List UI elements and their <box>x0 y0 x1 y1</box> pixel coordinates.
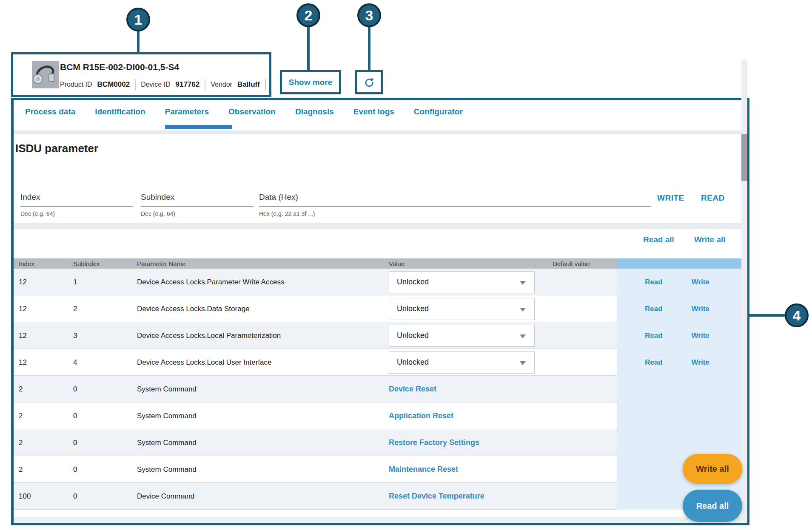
callout-line-3 <box>368 26 370 70</box>
chevron-down-icon <box>520 281 526 285</box>
data-hex-field[interactable]: Data (Hex) Hex (e.g. 22 a1 3f ...) <box>259 193 651 217</box>
active-tab-indicator <box>165 125 232 129</box>
index-field[interactable]: Index Dec (e.g. 64) <box>20 193 133 217</box>
tab-event-logs[interactable]: Event logs <box>353 107 394 116</box>
cell-index: 2 <box>14 385 68 394</box>
app-window: 1 2 3 4 BCM R15E-002-DI00-01,5-S4 Produc… <box>0 0 812 530</box>
row-read-link[interactable]: Read <box>645 278 663 286</box>
row-write-link[interactable]: Write <box>692 332 709 340</box>
subindex-field-underline <box>141 206 254 207</box>
data-hex-field-label: Data (Hex) <box>259 193 651 202</box>
dropdown-value: Unlocked <box>397 358 429 367</box>
isdu-section-title: ISDU parameter <box>15 142 98 155</box>
row-read-link[interactable]: Read <box>645 358 663 367</box>
tab-observation[interactable]: Observation <box>228 107 276 116</box>
row-write-link[interactable]: Write <box>692 305 709 313</box>
callout-line-2 <box>307 26 310 70</box>
row-actions: ReadWrite <box>617 322 741 349</box>
isdu-read-button[interactable]: READ <box>701 193 725 203</box>
chevron-down-icon <box>520 334 526 338</box>
table-row: 12 4 Device Access Locks.Local User Inte… <box>14 349 741 376</box>
index-field-label: Index <box>20 193 133 202</box>
chevron-down-icon <box>520 308 526 312</box>
tab-diagnosis[interactable]: Diagnosis <box>295 107 334 116</box>
parameter-table: Index Subindex Parameter Name Value Defa… <box>14 258 741 516</box>
cell-index: 12 <box>14 358 68 367</box>
row-read-link[interactable]: Read <box>645 332 663 340</box>
chevron-down-icon <box>520 361 526 365</box>
cell-parameter-name: Device Access Locks.Local User Interface <box>132 358 384 367</box>
col-header-subindex: Subindex <box>68 260 132 267</box>
index-field-underline <box>20 206 133 207</box>
callout-badge-4: 4 <box>785 303 809 327</box>
table-row: 2 0 System Command Restore Factory Setti… <box>14 429 741 456</box>
callout-line-1 <box>137 31 140 52</box>
cell-subindex: 0 <box>68 385 132 394</box>
cell-index: 100 <box>14 492 68 501</box>
cell-subindex: 0 <box>68 439 132 447</box>
col-header-default: Default value <box>547 260 617 267</box>
dropdown-value: Unlocked <box>397 278 429 286</box>
product-id-label: Product ID <box>60 81 92 88</box>
callout-line-4 <box>749 314 785 317</box>
write-all-fab[interactable]: Write all <box>683 454 742 484</box>
write-all-link[interactable]: Write all <box>694 235 726 244</box>
separator <box>205 79 205 90</box>
cell-index: 2 <box>14 412 68 420</box>
tab-parameters[interactable]: Parameters <box>165 107 209 116</box>
tab-configurator[interactable]: Configurator <box>414 107 463 116</box>
cell-index: 12 <box>14 332 68 340</box>
table-filler-row <box>14 510 741 516</box>
row-actions <box>617 429 741 456</box>
command-link-maintenance-reset[interactable]: Maintenance Reset <box>389 465 458 473</box>
row-write-link[interactable]: Write <box>692 358 709 367</box>
col-header-actions <box>617 258 741 269</box>
tab-process-data[interactable]: Process data <box>25 107 75 116</box>
cell-subindex: 4 <box>68 358 132 367</box>
col-header-index: Index <box>14 260 68 267</box>
read-all-fab[interactable]: Read all <box>683 490 742 522</box>
table-row: 2 0 System Command Device Reset <box>14 376 741 402</box>
value-dropdown[interactable]: Unlocked <box>389 298 535 320</box>
subindex-field[interactable]: Subindex Dec (e.g. 64) <box>141 193 254 217</box>
cell-parameter-name: System Command <box>132 439 384 447</box>
separator <box>265 79 266 90</box>
cell-index: 2 <box>14 465 68 474</box>
command-link-reset-device-temperature[interactable]: Reset Device Temperature <box>389 492 484 500</box>
device-photo <box>32 61 59 88</box>
cell-parameter-name: System Command <box>132 385 384 394</box>
refresh-button[interactable] <box>355 70 383 94</box>
row-actions <box>617 376 741 402</box>
cell-subindex: 3 <box>68 332 132 340</box>
cell-subindex: 0 <box>68 492 132 501</box>
value-dropdown[interactable]: Unlocked <box>389 271 535 293</box>
separator <box>135 79 136 90</box>
show-more-button[interactable]: Show more <box>280 70 341 94</box>
table-row: 12 2 Device Access Locks.Data Storage Un… <box>14 295 741 322</box>
col-header-name: Parameter Name <box>132 260 384 267</box>
horizontal-scrollbar[interactable] <box>14 517 741 522</box>
tab-identification[interactable]: Identification <box>95 107 145 116</box>
index-field-hint: Dec (e.g. 64) <box>20 210 133 217</box>
vertical-scrollbar[interactable] <box>741 60 747 522</box>
row-read-link[interactable]: Read <box>645 305 663 313</box>
row-write-link[interactable]: Write <box>692 278 709 286</box>
device-id-label: Device ID <box>141 81 170 88</box>
command-link-device-reset[interactable]: Device Reset <box>389 385 436 393</box>
isdu-write-button[interactable]: WRITE <box>657 193 684 203</box>
show-more-label: Show more <box>289 78 332 87</box>
vertical-scrollbar-thumb[interactable] <box>741 134 747 181</box>
row-actions <box>617 402 741 429</box>
value-dropdown[interactable]: Unlocked <box>389 325 535 347</box>
read-all-link[interactable]: Read all <box>643 235 674 244</box>
command-link-restore-factory-settings[interactable]: Restore Factory Settings <box>389 438 479 447</box>
table-row: 12 1 Device Access Locks.Parameter Write… <box>14 269 741 295</box>
table-row: 12 3 Device Access Locks.Local Parameter… <box>14 322 741 349</box>
refresh-icon <box>362 76 376 89</box>
table-row: 100 0 Device Command Reset Device Temper… <box>14 483 741 510</box>
device-id-value: 917762 <box>176 80 200 89</box>
callout-badge-1: 1 <box>126 8 150 31</box>
value-dropdown[interactable]: Unlocked <box>389 351 535 374</box>
device-title: BCM R15E-002-DI00-01,5-S4 <box>60 62 179 72</box>
command-link-application-reset[interactable]: Application Reset <box>389 411 453 420</box>
